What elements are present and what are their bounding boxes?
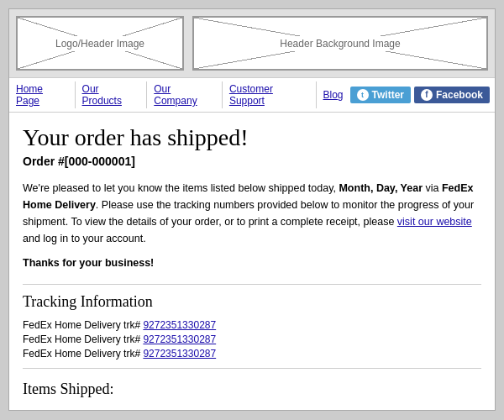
visit-website-link[interactable]: visit our website (397, 216, 472, 228)
divider-tracking (23, 284, 481, 285)
tracking-number-2[interactable]: 9272351330287 (143, 333, 216, 345)
trk-label-1: trk# (123, 319, 143, 331)
tracking-row: FedEx Home Delivery trk# 9272351330287 (23, 348, 481, 360)
thanks-text: Thanks for your business! (23, 257, 481, 269)
carrier-3: FedEx Home Delivery (23, 348, 121, 360)
trk-label-2: trk# (123, 333, 143, 345)
nav-products[interactable]: Our Products (76, 81, 148, 108)
order-number: Order #[000-000001] (23, 155, 481, 168)
facebook-label: Facebook (436, 89, 483, 101)
nav-home[interactable]: Home Page (14, 81, 76, 108)
nav-support[interactable]: Customer Support (223, 81, 317, 108)
tracking-row: FedEx Home Delivery trk# 9272351330287 (23, 319, 481, 331)
desc-part4: and log in to your account. (23, 233, 146, 244)
nav-social: t Twitter f Facebook (350, 87, 490, 103)
tracking-title: Tracking Information (23, 293, 481, 311)
nav-bar: Home Page Our Products Our Company Custo… (9, 77, 495, 113)
page-container: Logo/Header Image Header Background Imag… (8, 8, 496, 411)
tracking-row: FedEx Home Delivery trk# 9272351330287 (23, 333, 481, 345)
tracking-number-3[interactable]: 9272351330287 (143, 348, 216, 360)
facebook-button[interactable]: f Facebook (414, 87, 490, 103)
order-description: We're pleased to let you know the items … (23, 180, 481, 247)
logo-label: Logo/Header Image (52, 36, 148, 51)
desc-part1: We're pleased to let you know the items … (23, 182, 339, 194)
nav-company[interactable]: Our Company (147, 81, 223, 108)
header: Logo/Header Image Header Background Imag… (9, 9, 495, 77)
twitter-button[interactable]: t Twitter (350, 87, 411, 103)
trk-label-3: trk# (123, 348, 143, 360)
tracking-rows: FedEx Home Delivery trk# 9272351330287 F… (23, 319, 481, 360)
main-content: Your order has shipped! Order #[000-0000… (9, 113, 495, 410)
order-title: Your order has shipped! (23, 124, 481, 151)
carrier-1: FedEx Home Delivery (23, 319, 121, 331)
twitter-icon: t (357, 89, 369, 101)
carrier-2: FedEx Home Delivery (23, 333, 121, 345)
header-logo: Logo/Header Image (16, 16, 184, 71)
header-bg-label: Header Background Image (276, 36, 403, 51)
twitter-label: Twitter (372, 89, 404, 101)
header-bg-image: Header Background Image (192, 16, 488, 71)
desc-part2: via (423, 182, 442, 194)
facebook-icon: f (421, 89, 433, 101)
tracking-number-1[interactable]: 9272351330287 (143, 319, 216, 331)
nav-blog[interactable]: Blog (317, 87, 350, 102)
date-highlight: Month, Day, Year (339, 182, 423, 194)
items-title: Items Shipped: (23, 381, 481, 398)
divider-items (23, 368, 481, 369)
